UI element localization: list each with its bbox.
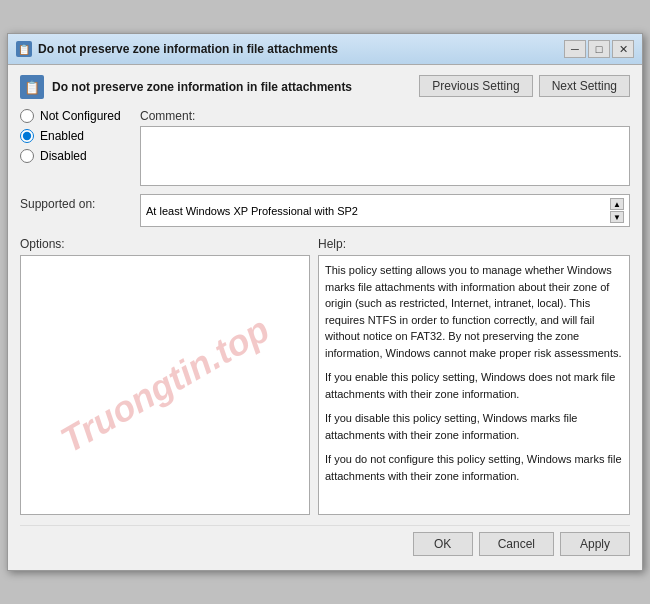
comment-section: Comment: [140, 109, 630, 186]
header-row: 📋 Do not preserve zone information in fi… [20, 75, 630, 99]
cancel-button[interactable]: Cancel [479, 532, 554, 556]
close-button[interactable]: ✕ [612, 40, 634, 58]
title-controls: ─ □ ✕ [564, 40, 634, 58]
not-configured-radio[interactable] [20, 109, 34, 123]
window-icon: 📋 [16, 41, 32, 57]
header-title-text: Do not preserve zone information in file… [52, 80, 352, 94]
content-area: 📋 Do not preserve zone information in fi… [8, 65, 642, 570]
help-paragraph-3: If you disable this policy setting, Wind… [325, 410, 623, 443]
setting-icon: 📋 [20, 75, 44, 99]
help-paragraph-4: If you do not configure this policy sett… [325, 451, 623, 484]
help-paragraph-1: This policy setting allows you to manage… [325, 262, 623, 361]
disabled-radio[interactable] [20, 149, 34, 163]
options-help-row: Options: Truongtin.top Help: This policy… [20, 237, 630, 515]
next-setting-button[interactable]: Next Setting [539, 75, 630, 97]
bottom-buttons-row: OK Cancel Apply [20, 525, 630, 560]
not-configured-option[interactable]: Not Configured [20, 109, 140, 123]
disabled-label: Disabled [40, 149, 87, 163]
supported-scroll[interactable]: ▲ ▼ [610, 198, 624, 223]
minimize-button[interactable]: ─ [564, 40, 586, 58]
options-label: Options: [20, 237, 310, 251]
title-bar: 📋 Do not preserve zone information in fi… [8, 34, 642, 65]
help-paragraph-2: If you enable this policy setting, Windo… [325, 369, 623, 402]
comment-label: Comment: [140, 109, 630, 123]
supported-value-text: At least Windows XP Professional with SP… [146, 205, 358, 217]
watermark: Truongtin.top [53, 308, 276, 461]
supported-value-box: At least Windows XP Professional with SP… [140, 194, 630, 227]
supported-label: Supported on: [20, 194, 140, 227]
apply-button[interactable]: Apply [560, 532, 630, 556]
help-box: This policy setting allows you to manage… [318, 255, 630, 515]
enabled-option[interactable]: Enabled [20, 129, 140, 143]
not-configured-label: Not Configured [40, 109, 121, 123]
options-panel: Options: Truongtin.top [20, 237, 310, 515]
supported-section: Supported on: At least Windows XP Profes… [20, 194, 630, 227]
ok-button[interactable]: OK [413, 532, 473, 556]
header-buttons: Previous Setting Next Setting [419, 75, 630, 97]
scroll-down-arrow[interactable]: ▼ [610, 211, 624, 223]
window-title: Do not preserve zone information in file… [38, 42, 338, 56]
help-label: Help: [318, 237, 630, 251]
title-bar-left: 📋 Do not preserve zone information in fi… [16, 41, 338, 57]
disabled-option[interactable]: Disabled [20, 149, 140, 163]
enabled-radio[interactable] [20, 129, 34, 143]
maximize-button[interactable]: □ [588, 40, 610, 58]
help-panel: Help: This policy setting allows you to … [318, 237, 630, 515]
scroll-up-arrow[interactable]: ▲ [610, 198, 624, 210]
previous-setting-button[interactable]: Previous Setting [419, 75, 532, 97]
options-box: Truongtin.top [20, 255, 310, 515]
main-window: 📋 Do not preserve zone information in fi… [7, 33, 643, 571]
comment-textarea[interactable] [140, 126, 630, 186]
enabled-label: Enabled [40, 129, 84, 143]
radio-section: Not Configured Enabled Disabled [20, 109, 140, 176]
header-title: 📋 Do not preserve zone information in fi… [20, 75, 352, 99]
